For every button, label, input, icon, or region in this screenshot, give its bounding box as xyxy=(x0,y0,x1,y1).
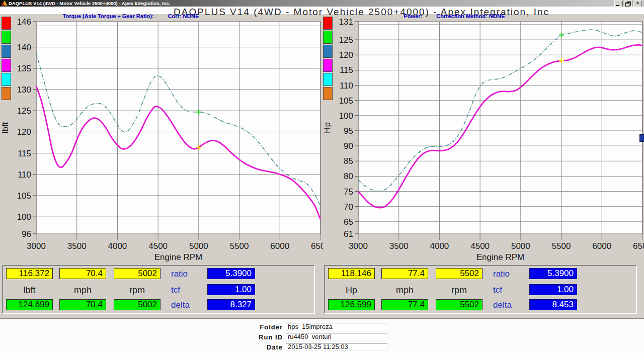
reference-speed-value: 70.4 xyxy=(59,299,106,310)
svg-text:5000: 5000 xyxy=(189,241,208,251)
power-unit-label: Hp xyxy=(328,285,375,296)
cursor-torque-value: 116.372 xyxy=(6,268,53,279)
folder-label: Folder xyxy=(220,323,283,331)
svg-text:100: 100 xyxy=(339,111,353,121)
cursor-power-value: 118.146 xyxy=(328,268,375,279)
svg-text:61: 61 xyxy=(344,229,353,239)
svg-text:75: 75 xyxy=(344,187,353,197)
torque-readout-panel: 116.372 70.4 5002 ratio 5.3900 lbft mph … xyxy=(2,265,315,314)
svg-text:70: 70 xyxy=(344,202,353,212)
svg-text:5500: 5500 xyxy=(230,241,249,251)
svg-text:105: 105 xyxy=(339,96,353,106)
svg-text:4000: 4000 xyxy=(430,241,449,251)
svg-text:96: 96 xyxy=(22,229,31,239)
power-readout-panel: 118.146 77.4 5502 ratio 5.3900 Hp mph rp… xyxy=(324,265,637,314)
svg-text:125: 125 xyxy=(339,35,353,45)
ratio-value: 5.3900 xyxy=(207,268,255,279)
svg-text:Engine RPM: Engine RPM xyxy=(476,252,524,262)
svg-text:3500: 3500 xyxy=(67,241,87,251)
tcf-label: tcf xyxy=(493,285,502,295)
svg-text:140: 140 xyxy=(17,43,31,52)
ratio-value: 5.3900 xyxy=(529,268,577,279)
delta-label: delta xyxy=(493,300,512,310)
reference-rpm-value: 5502 xyxy=(436,299,482,310)
svg-text:6000: 6000 xyxy=(592,241,611,251)
ratio-label: ratio xyxy=(493,269,510,279)
svg-text:130: 130 xyxy=(17,85,31,95)
svg-text:131: 131 xyxy=(339,17,353,27)
reference-rpm-value: 5002 xyxy=(114,299,160,310)
cursor-rpm-value: 5002 xyxy=(114,268,160,279)
svg-text:115: 115 xyxy=(340,65,353,75)
svg-text:146: 146 xyxy=(17,17,31,27)
svg-text:6500: 6500 xyxy=(311,241,323,251)
svg-text:135: 135 xyxy=(17,64,31,73)
speed-unit-label: mph xyxy=(59,285,106,296)
svg-text:Hp: Hp xyxy=(323,122,332,133)
rpm-unit-label: rpm xyxy=(114,285,160,296)
torque-unit-label: lbft xyxy=(6,285,53,296)
svg-text:110: 110 xyxy=(18,170,31,180)
close-icon: × xyxy=(636,1,639,6)
svg-text:6000: 6000 xyxy=(270,241,289,251)
cursor-speed-value: 77.4 xyxy=(381,268,428,279)
rpm-unit-label: rpm xyxy=(436,285,482,296)
svg-text:95: 95 xyxy=(344,126,353,136)
svg-text:5500: 5500 xyxy=(552,241,571,251)
run-id-label: Run ID xyxy=(220,333,283,341)
footer-bar: HP S PERFORMANCE PRODUCTS Folder Run ID … xyxy=(0,318,644,353)
svg-text:125: 125 xyxy=(17,106,31,116)
power-chart[interactable]: 1311251201151101051009590858075706561300… xyxy=(322,17,644,264)
svg-text:4000: 4000 xyxy=(108,241,127,251)
svg-text:65: 65 xyxy=(344,217,353,227)
cursor-speed-value: 70.4 xyxy=(59,268,106,279)
svg-text:90: 90 xyxy=(344,141,353,151)
svg-text:6500: 6500 xyxy=(633,241,644,251)
svg-text:lbft: lbft xyxy=(1,122,10,133)
ratio-label: ratio xyxy=(171,269,188,279)
svg-text:115: 115 xyxy=(18,149,31,158)
reference-torque-value: 124.699 xyxy=(6,299,53,310)
cursor-rpm-value: 5502 xyxy=(436,268,482,279)
svg-text:120: 120 xyxy=(339,50,353,60)
titlebar: DAQPLUS V14 (4WD - Motor Vehicle 2500+40… xyxy=(0,0,644,7)
svg-text:85: 85 xyxy=(344,156,353,166)
run-id-field[interactable] xyxy=(286,333,387,340)
svg-text:80: 80 xyxy=(344,171,353,181)
tcf-value: 1.00 xyxy=(529,284,577,295)
svg-text:3500: 3500 xyxy=(389,241,409,251)
reference-power-value: 126.599 xyxy=(328,299,375,310)
reference-speed-value: 77.4 xyxy=(381,299,428,310)
delta-label: delta xyxy=(171,300,190,310)
app-icon xyxy=(2,1,8,6)
svg-text:3000: 3000 xyxy=(27,241,46,251)
folder-field[interactable] xyxy=(286,323,387,330)
svg-text:100: 100 xyxy=(17,212,31,222)
speed-unit-label: mph xyxy=(381,285,428,296)
svg-text:110: 110 xyxy=(340,81,353,91)
delta-value: 8.327 xyxy=(207,299,255,310)
svg-text:4500: 4500 xyxy=(148,241,168,251)
svg-text:3000: 3000 xyxy=(349,241,368,251)
svg-text:4500: 4500 xyxy=(470,241,490,251)
tcf-label: tcf xyxy=(171,285,180,295)
date-field[interactable] xyxy=(286,343,387,350)
torque-chart[interactable]: 1461401351301251201151101051009630003500… xyxy=(0,17,323,264)
delta-value: 8.453 xyxy=(529,299,577,310)
tcf-value: 1.00 xyxy=(207,284,255,295)
minimize-icon xyxy=(616,5,619,6)
svg-text:120: 120 xyxy=(17,127,31,137)
svg-text:105: 105 xyxy=(17,191,31,201)
svg-text:5000: 5000 xyxy=(511,241,530,251)
application-window: DAQPLUS V14 (4WD - Motor Vehicle 2500+40… xyxy=(0,0,644,353)
svg-text:Engine RPM: Engine RPM xyxy=(154,252,202,262)
edge-widget[interactable] xyxy=(639,134,644,142)
window-title: DAQPLUS V14 (4WD - Motor Vehicle 2500+40… xyxy=(9,1,170,6)
date-label: Date xyxy=(220,343,283,351)
